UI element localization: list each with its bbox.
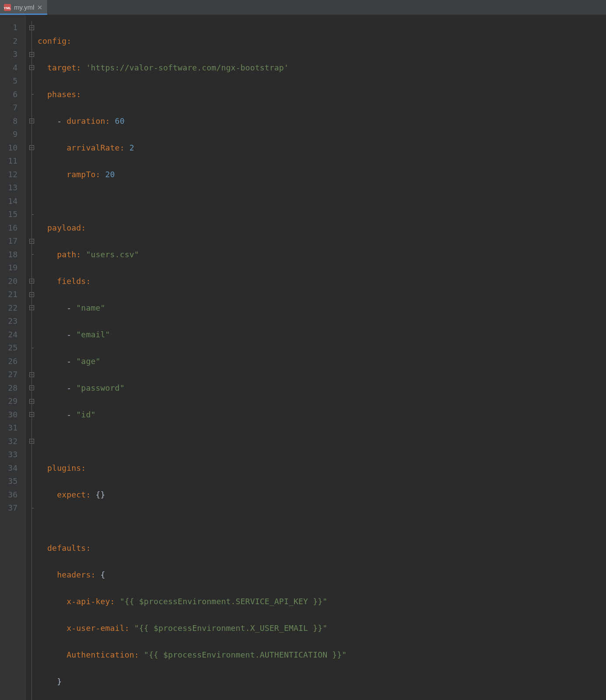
line-number: 29 xyxy=(0,395,25,408)
line-number: 17 xyxy=(0,234,25,248)
code-line: } xyxy=(38,675,606,689)
line-number: 27 xyxy=(0,368,25,382)
line-number: 4 xyxy=(0,61,25,75)
code-line: target: 'https://valor-software.com/ngx-… xyxy=(38,61,606,75)
close-icon[interactable] xyxy=(37,4,43,10)
code-line: x-api-key: "{{ $processEnvironment.SERVI… xyxy=(38,595,606,609)
line-number: 33 xyxy=(0,448,25,462)
line-number: 16 xyxy=(0,221,25,235)
line-number: 1 xyxy=(0,21,25,35)
line-number: 36 xyxy=(0,488,25,502)
line-number: 11 xyxy=(0,154,25,168)
line-number: 23 xyxy=(0,315,25,328)
code-line: x-user-email: "{{ $processEnvironment.X_… xyxy=(38,622,606,635)
line-number: 19 xyxy=(0,261,25,275)
code-line: - duration: 60 xyxy=(38,115,606,128)
line-number: 10 xyxy=(0,141,25,155)
line-number: 6 xyxy=(0,88,25,102)
code-line: rampTo: 20 xyxy=(38,168,606,182)
line-number: 9 xyxy=(0,128,25,141)
tab-label: my.yml xyxy=(14,4,34,11)
yaml-file-icon: YML xyxy=(4,4,11,11)
fold-guide-line xyxy=(32,21,32,700)
code-line: - "name" xyxy=(38,301,606,315)
line-number: 14 xyxy=(0,195,25,208)
tab-my-yml[interactable]: YML my.yml xyxy=(0,0,48,14)
code-line: - "password" xyxy=(38,382,606,395)
line-number: 15 xyxy=(0,208,25,221)
code-editor[interactable]: 1234567891011121314151617181920212223242… xyxy=(0,15,606,700)
code-line: defaults: xyxy=(38,542,606,555)
line-number: 3 xyxy=(0,48,25,61)
line-number: 8 xyxy=(0,115,25,128)
code-line: - "email" xyxy=(38,328,606,342)
line-number: 18 xyxy=(0,248,25,262)
fold-gutter[interactable] xyxy=(25,15,38,700)
code-line: fields: xyxy=(38,275,606,288)
code-line xyxy=(38,515,606,528)
line-number: 30 xyxy=(0,408,25,422)
svg-text:YML: YML xyxy=(4,6,11,10)
line-number-gutter: 1234567891011121314151617181920212223242… xyxy=(0,15,25,700)
code-area[interactable]: config: target: 'https://valor-software.… xyxy=(38,15,606,700)
line-number: 7 xyxy=(0,101,25,115)
code-line: arrivalRate: 2 xyxy=(38,141,606,155)
line-number: 22 xyxy=(0,301,25,315)
line-number: 24 xyxy=(0,328,25,342)
line-number: 31 xyxy=(0,421,25,435)
code-line: expect: {} xyxy=(38,488,606,502)
line-number: 21 xyxy=(0,288,25,301)
line-number: 25 xyxy=(0,341,25,355)
line-number: 35 xyxy=(0,475,25,488)
code-line: plugins: xyxy=(38,462,606,475)
line-number: 5 xyxy=(0,74,25,88)
code-line: headers: { xyxy=(38,568,606,582)
code-line: path: "users.csv" xyxy=(38,248,606,262)
code-line: - "age" xyxy=(38,355,606,368)
code-line: config: xyxy=(38,35,606,48)
line-number: 13 xyxy=(0,181,25,195)
code-line: payload: xyxy=(38,221,606,235)
tab-bar: YML my.yml xyxy=(0,0,606,15)
code-line: Authentication: "{{ $processEnvironment.… xyxy=(38,648,606,662)
line-number: 12 xyxy=(0,168,25,182)
code-line xyxy=(38,195,606,208)
line-number: 37 xyxy=(0,501,25,515)
line-number: 32 xyxy=(0,435,25,448)
code-line: phases: xyxy=(38,88,606,102)
code-line xyxy=(38,435,606,448)
line-number: 28 xyxy=(0,382,25,395)
code-line: - "id" xyxy=(38,408,606,422)
line-number: 20 xyxy=(0,275,25,288)
line-number: 2 xyxy=(0,35,25,48)
line-number: 26 xyxy=(0,355,25,368)
line-number: 34 xyxy=(0,462,25,475)
